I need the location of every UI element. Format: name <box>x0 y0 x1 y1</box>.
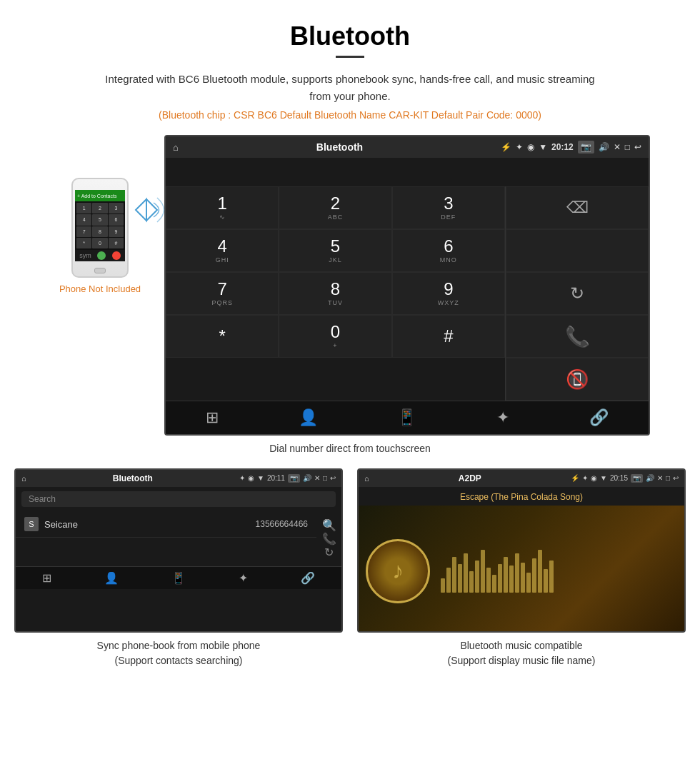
pb-home-icon[interactable]: ⌂ <box>21 474 26 483</box>
dial-key-7[interactable]: 7PQRS <box>166 272 279 315</box>
dial-key-8[interactable]: 8TUV <box>279 272 391 315</box>
contacts-main: S Seicane 13566664466 🔍 📞 ↻ <box>16 511 341 566</box>
pb-nav-phone[interactable]: 📱 <box>171 571 186 585</box>
pb-bt-icon: ✦ <box>239 474 245 483</box>
nav-grid-icon[interactable]: ⊞ <box>206 408 219 427</box>
music-screen: ⌂ A2DP ⚡ ✦ ◉ ▼ 20:15 📷 🔊 ✕ □ ↩ Escape (T… <box>357 468 686 633</box>
key-sub: ABC <box>328 213 344 221</box>
window-icon[interactable]: □ <box>625 142 630 152</box>
dial-key-6[interactable]: 6MNO <box>392 229 505 272</box>
waveform-bar <box>469 571 474 593</box>
contacts-search[interactable]: Search <box>21 491 336 507</box>
mus-usb-icon: ⚡ <box>571 474 579 483</box>
music-info <box>441 550 677 593</box>
call-icon: 📞 <box>565 325 590 348</box>
dial-key-4[interactable]: 4GHI <box>166 229 279 272</box>
contact-row[interactable]: S Seicane 13566664466 <box>16 511 316 538</box>
mus-bt-icon: ✦ <box>582 474 588 483</box>
music-header: ⌂ A2DP ⚡ ✦ ◉ ▼ 20:15 📷 🔊 ✕ □ ↩ <box>359 470 684 487</box>
waveform-bar <box>492 575 496 593</box>
camera-icon[interactable]: 📷 <box>578 141 594 154</box>
key-number: 9 <box>444 281 453 298</box>
search-placeholder: Search <box>29 494 56 504</box>
usb-icon: ⚡ <box>501 142 511 152</box>
music-caption: Bluetooth music compatible (Support disp… <box>357 638 686 668</box>
phone-mini-keypad: 1 2 3 4 5 6 7 8 9 * 0 # <box>75 201 125 250</box>
contact-name: Seicane <box>44 519 256 530</box>
key-sub: DEF <box>441 213 456 221</box>
dial-key-5[interactable]: 5JKL <box>279 229 391 272</box>
mus-back-icon[interactable]: ↩ <box>673 474 679 483</box>
dialpad-actions: ⌫ ↻ 📞 📵 <box>506 186 649 401</box>
refresh-right-icon[interactable]: ↻ <box>324 546 334 559</box>
pb-cam-icon: 📷 <box>288 474 300 483</box>
dial-key-0[interactable]: 0+ <box>279 315 391 358</box>
mini-key: 9 <box>109 226 124 237</box>
pb-win-icon[interactable]: □ <box>323 474 327 483</box>
end-call-button[interactable]: 📵 <box>506 358 649 401</box>
music-player-body: ♪ <box>359 506 684 633</box>
dial-key-3[interactable]: 3DEF <box>392 186 505 229</box>
phone-right-icon[interactable]: 📞 <box>322 532 336 546</box>
pb-nav-bt[interactable]: ✦ <box>239 571 248 585</box>
key-number: 7 <box>217 281 226 298</box>
nav-bluetooth-icon[interactable]: ✦ <box>496 408 509 427</box>
phone-body: + Add to Contacts 1 2 3 4 5 6 7 8 9 * 0 <box>71 178 129 278</box>
music-waveform <box>441 550 677 593</box>
mus-home-icon[interactable]: ⌂ <box>364 474 369 483</box>
key-sub: MNO <box>440 256 457 263</box>
mini-key: 0 <box>92 238 107 248</box>
mini-key: * <box>76 238 91 248</box>
phonebook-screenshot-item: ⌂ Bluetooth ✦ ◉ ▼ 20:11 📷 🔊 ✕ □ ↩ Search <box>14 468 343 668</box>
dial-key-*[interactable]: * <box>166 315 279 358</box>
bt-waves-svg <box>132 185 168 235</box>
pb-nav-link[interactable]: 🔗 <box>301 571 315 585</box>
mus-win-icon[interactable]: □ <box>666 474 670 483</box>
mus-close-icon[interactable]: ✕ <box>657 474 663 483</box>
redial-button[interactable]: ↻ <box>506 272 649 315</box>
key-sub: GHI <box>216 256 229 263</box>
pb-nav-grid[interactable]: ⊞ <box>42 571 51 585</box>
backspace-button[interactable]: ⌫ <box>506 186 649 229</box>
pb-close-icon[interactable]: ✕ <box>314 474 320 483</box>
backspace-icon: ⌫ <box>566 198 589 217</box>
key-sub: PQRS <box>211 299 233 306</box>
key-number: 5 <box>331 238 340 255</box>
contacts-right-icons: 🔍 📞 ↻ <box>316 511 341 566</box>
key-sub: + <box>333 342 337 349</box>
dialpad-container: 1∿2ABC3DEF4GHI5JKL6MNO7PQRS8TUV9WXYZ*0+#… <box>166 186 649 401</box>
nav-contacts-icon[interactable]: 👤 <box>299 408 318 427</box>
nav-phone-icon[interactable]: 📱 <box>397 408 416 427</box>
caption-line1: Sync phone-book from mobile phone <box>97 640 261 651</box>
pb-back-icon[interactable]: ↩ <box>330 474 336 483</box>
pb-title: Bluetooth <box>113 473 153 483</box>
vol-icon[interactable]: 🔊 <box>599 142 609 152</box>
wifi-icon: ▼ <box>539 142 547 152</box>
nav-link-icon[interactable]: 🔗 <box>589 408 609 427</box>
back-icon[interactable]: ↩ <box>634 142 641 152</box>
mini-key: 4 <box>76 214 91 225</box>
mini-key: 1 <box>76 203 91 213</box>
dial-key-#[interactable]: # <box>392 315 505 358</box>
key-sub: WXYZ <box>438 299 459 306</box>
waveform-bar <box>549 561 554 593</box>
search-right-icon[interactable]: 🔍 <box>322 518 336 532</box>
phonebook-caption: Sync phone-book from mobile phone (Suppo… <box>14 638 343 668</box>
call-button[interactable]: 📞 <box>506 315 649 358</box>
music-note-icon: ♪ <box>392 558 404 584</box>
refresh-icon: ↻ <box>570 283 584 303</box>
home-icon[interactable]: ⌂ <box>173 142 179 153</box>
waveform-bar <box>526 573 531 593</box>
mus-loc-icon: ◉ <box>591 474 597 483</box>
pb-nav-contacts[interactable]: 👤 <box>104 571 119 585</box>
mus-vol-icon: 🔊 <box>646 474 654 483</box>
pb-header-right: ✦ ◉ ▼ 20:11 📷 🔊 ✕ □ ↩ <box>239 474 336 483</box>
waveform-bar <box>538 550 542 593</box>
dial-key-9[interactable]: 9WXYZ <box>392 272 505 315</box>
dial-key-2[interactable]: 2ABC <box>279 186 391 229</box>
dial-key-1[interactable]: 1∿ <box>166 186 279 229</box>
key-number: * <box>219 328 225 345</box>
key-number: 8 <box>331 281 340 298</box>
close-icon[interactable]: ✕ <box>614 142 621 152</box>
key-number: 2 <box>331 195 340 212</box>
